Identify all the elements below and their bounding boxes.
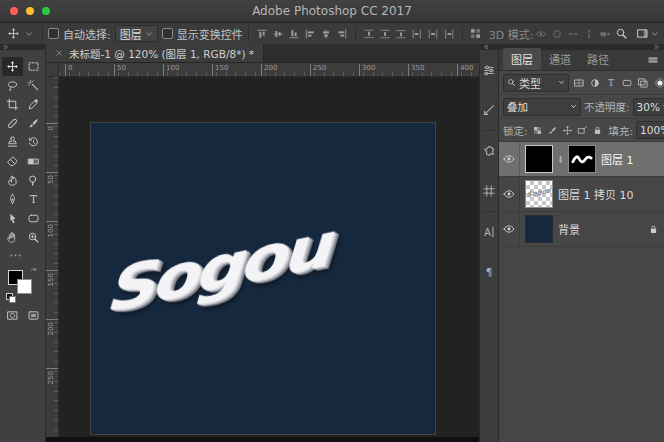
document-tab[interactable]: 未标题-1 @ 120% (图层 1, RGB/8*) * [46,44,264,62]
edit-toolbar-ellipsis-icon[interactable] [7,247,23,263]
shapes-panel-icon[interactable] [480,131,498,171]
info-panel-icon[interactable] [480,90,498,130]
shape-filter-icon[interactable] [619,75,634,91]
canvas[interactable]: Sogou [91,123,435,434]
align-right-icon[interactable] [334,26,350,42]
show-transform-checkbox[interactable] [162,28,173,39]
dist-hcenter-icon[interactable] [425,26,441,42]
gradient-tool-icon[interactable] [23,152,44,171]
filter-kind-dropdown[interactable]: 类型 [503,74,569,92]
dist-right-icon[interactable] [441,26,457,42]
eye-icon [503,188,515,200]
align-bottom-icon[interactable] [286,26,302,42]
crop-tool-icon[interactable] [2,95,23,114]
pixel-filter-icon[interactable] [571,75,586,91]
workspace-switcher-icon[interactable] [634,26,650,42]
dolly-3d-icon[interactable] [597,26,613,42]
healing-brush-tool-icon[interactable] [2,114,23,133]
ruler-label: 100 [163,64,179,76]
smudge-tool-icon[interactable] [2,171,23,190]
panel-menu-icon[interactable] [647,54,659,66]
dist-top-icon[interactable] [361,26,377,42]
marquee-tool-icon[interactable] [23,57,44,76]
zoom-tool-icon[interactable] [23,228,44,247]
auto-select-dropdown[interactable]: 图层 [115,25,158,42]
dist-vcenter-icon[interactable] [377,26,393,42]
dist-bottom-icon[interactable] [393,26,409,42]
lasso-tool-icon[interactable] [2,76,23,95]
close-button[interactable] [10,7,18,15]
default-colors-icon[interactable] [6,293,14,301]
layer-thumbnail[interactable] [525,145,553,173]
adjustment-filter-icon[interactable] [587,75,602,91]
zoom-button[interactable] [42,7,50,15]
pen-tool-icon[interactable] [2,190,23,209]
align-top-icon[interactable] [254,26,270,42]
paragraph-panel-icon[interactable]: ¶ [480,252,498,292]
toolbar-collapse-icon[interactable] [3,44,9,50]
align-left-icon[interactable] [302,26,318,42]
layer-row-2[interactable]: Sogou 图层 1 拷贝 10 [499,177,664,212]
layer-row-3[interactable]: 背景 [499,212,664,247]
layer-thumbnail[interactable]: Sogou [525,180,553,208]
auto-select-checkbox[interactable] [48,28,59,39]
align-vcenter-icon[interactable] [270,26,286,42]
history-brush-tool-icon[interactable] [23,133,44,152]
orbit-3d-icon[interactable] [533,26,549,42]
dodge-tool-icon[interactable] [23,171,44,190]
brush-tool-icon[interactable] [23,114,44,133]
lock-artboard-icon[interactable] [576,123,589,138]
search-icon[interactable] [613,26,629,42]
screen-mode-icon[interactable] [23,306,44,325]
hand-tool-icon[interactable] [2,228,23,247]
smart-filter-icon[interactable] [635,75,650,91]
magic-wand-tool-icon[interactable] [23,76,44,95]
close-icon[interactable] [55,49,63,57]
pan-3d-icon[interactable] [565,26,581,42]
path-select-tool-icon[interactable] [2,209,23,228]
lock-transparency-icon[interactable] [531,123,544,138]
quick-mask-icon[interactable] [2,306,23,325]
layer-thumbnail[interactable] [525,215,553,243]
lock-position-icon[interactable] [561,123,574,138]
tab-图层[interactable]: 图层 [503,48,541,70]
auto-align-icon[interactable] [468,26,484,42]
dist-left-icon[interactable] [409,26,425,42]
slide-3d-icon[interactable] [581,26,597,42]
layer-mask-thumbnail[interactable] [568,145,596,173]
swap-colors-icon[interactable] [29,267,38,276]
shape-tool-icon[interactable] [23,209,44,228]
clone-stamp-tool-icon[interactable] [2,133,23,152]
filter-toggle-icon[interactable] [652,75,664,91]
roll-3d-icon[interactable] [549,26,565,42]
tool-preset-chevron-icon[interactable] [21,26,37,42]
move-tool-icon[interactable] [2,57,23,76]
background-color-swatch[interactable] [17,279,32,294]
character-panel-icon[interactable]: A [480,212,498,252]
fill-dropdown[interactable]: 100% [636,121,664,139]
layer-name: 图层 1 [601,151,634,167]
lock-pixels-icon[interactable] [546,123,559,138]
glyphs-panel-icon[interactable] [480,171,498,211]
lock-all-icon[interactable] [591,123,604,138]
tab-通道[interactable]: 通道 [541,48,579,70]
align-hcenter-icon[interactable] [318,26,334,42]
eraser-tool-icon[interactable] [2,152,23,171]
visibility-toggle[interactable] [499,212,520,246]
mask-link-icon[interactable] [556,155,565,164]
type-filter-icon[interactable]: T [603,75,618,91]
tab-路径[interactable]: 路径 [579,48,617,70]
visibility-toggle[interactable] [499,142,520,176]
adjustments-panel-icon[interactable] [480,50,498,90]
chevron-down-icon[interactable] [650,26,659,42]
ruler-label: 0 [65,64,72,76]
blend-mode-dropdown[interactable]: 叠加 [503,98,581,116]
opacity-dropdown[interactable]: 30% [633,98,664,116]
type-tool-icon[interactable]: T [23,190,44,209]
ruler-corner [46,63,59,76]
minimize-button[interactable] [26,7,34,15]
eyedropper-tool-icon[interactable] [23,95,44,114]
layer-row-1[interactable]: 图层 1 [499,142,664,177]
expand-panels-icon[interactable] [483,44,489,50]
visibility-toggle[interactable] [499,177,520,211]
